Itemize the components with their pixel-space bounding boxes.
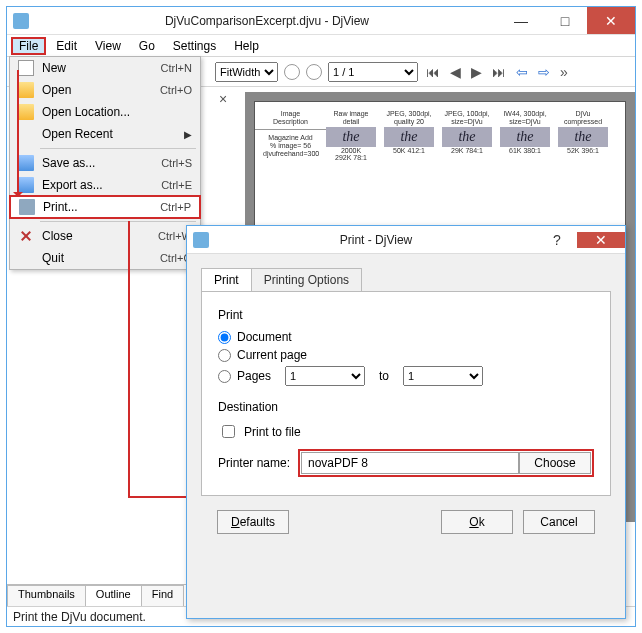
export-icon xyxy=(18,177,34,193)
app-icon xyxy=(13,13,29,29)
tab-thumbnails[interactable]: Thumbnails xyxy=(7,585,86,606)
maximize-button[interactable]: □ xyxy=(543,7,587,34)
dialog-close-button[interactable]: ✕ xyxy=(577,232,625,248)
prev-page-icon[interactable]: ◀ xyxy=(448,64,463,80)
print-dialog: Print - DjView ? ✕ Print Printing Option… xyxy=(186,225,626,619)
help-button[interactable]: ? xyxy=(537,232,577,248)
to-label: to xyxy=(379,369,389,383)
printer-name-input[interactable] xyxy=(301,452,519,474)
zoom-out-icon[interactable] xyxy=(306,64,322,80)
menu-settings[interactable]: Settings xyxy=(165,37,224,55)
menu-close[interactable]: CloseCtrl+W xyxy=(10,225,200,247)
annotation-arrow xyxy=(17,70,19,196)
menu-file[interactable]: File xyxy=(11,37,46,55)
page-from-select[interactable]: 1 xyxy=(285,366,365,386)
zoom-in-icon[interactable] xyxy=(284,64,300,80)
document-icon xyxy=(18,60,34,76)
close-button[interactable]: ✕ xyxy=(587,7,635,34)
menu-save-as[interactable]: Save as...Ctrl+S xyxy=(10,152,200,174)
next-page-icon[interactable]: ▶ xyxy=(469,64,484,80)
titlebar: DjVuComparisonExcerpt.djvu - DjView — □ … xyxy=(7,7,635,35)
radio-document[interactable]: Document xyxy=(218,330,594,344)
overflow-icon[interactable]: » xyxy=(558,64,570,80)
menu-print[interactable]: Print...Ctrl+P xyxy=(9,195,201,219)
page-to-select[interactable]: 1 xyxy=(403,366,483,386)
chevron-right-icon: ▶ xyxy=(184,129,192,140)
page-select[interactable]: 1 / 1 xyxy=(328,62,418,82)
file-menu: NewCtrl+N OpenCtrl+O Open Location... Op… xyxy=(9,56,201,270)
minimize-button[interactable]: — xyxy=(499,7,543,34)
checkbox-print-to-file[interactable]: Print to file xyxy=(218,422,594,441)
tab-outline[interactable]: Outline xyxy=(85,585,142,606)
menubar: File Edit View Go Settings Help xyxy=(7,35,635,57)
doc-heading: Image Description xyxy=(263,110,318,125)
radio-pages[interactable]: Pages xyxy=(218,369,271,383)
document-page: Image Description Magazine Add % image= … xyxy=(254,101,626,241)
ok-button[interactable]: Ok xyxy=(441,510,513,534)
menu-quit[interactable]: QuitCtrl+Q xyxy=(10,247,200,269)
annotation-arrow xyxy=(128,221,130,496)
menu-go[interactable]: Go xyxy=(131,37,163,55)
tab-print[interactable]: Print xyxy=(201,268,252,291)
panel-close-icon[interactable]: × xyxy=(213,91,233,111)
group-print-label: Print xyxy=(218,308,594,322)
defaults-button[interactable]: Defaults xyxy=(217,510,289,534)
folder-globe-icon xyxy=(18,104,34,120)
menu-view[interactable]: View xyxy=(87,37,129,55)
menu-open[interactable]: OpenCtrl+O xyxy=(10,79,200,101)
choose-button[interactable]: Choose xyxy=(519,452,591,474)
menu-edit[interactable]: Edit xyxy=(48,37,85,55)
radio-current-page[interactable]: Current page xyxy=(218,348,594,362)
back-icon[interactable]: ⇦ xyxy=(514,64,530,80)
window-title: DjVuComparisonExcerpt.djvu - DjView xyxy=(35,14,499,28)
app-icon xyxy=(193,232,209,248)
menu-help[interactable]: Help xyxy=(226,37,267,55)
dialog-title: Print - DjView xyxy=(215,233,537,247)
close-icon xyxy=(18,228,34,244)
menu-open-recent[interactable]: Open Recent▶ xyxy=(10,123,200,145)
cancel-button[interactable]: Cancel xyxy=(523,510,595,534)
first-page-icon[interactable]: ⏮ xyxy=(424,64,442,80)
menu-open-location[interactable]: Open Location... xyxy=(10,101,200,123)
menu-new[interactable]: NewCtrl+N xyxy=(10,57,200,79)
printer-name-label: Printer name: xyxy=(218,456,298,470)
group-destination-label: Destination xyxy=(218,400,594,414)
menu-export-as[interactable]: Export as...Ctrl+E xyxy=(10,174,200,196)
last-page-icon[interactable]: ⏭ xyxy=(490,64,508,80)
folder-icon xyxy=(18,82,34,98)
forward-icon[interactable]: ⇨ xyxy=(536,64,552,80)
zoom-mode-select[interactable]: FitWidth xyxy=(215,62,278,82)
tab-find[interactable]: Find xyxy=(141,585,184,606)
tab-printing-options[interactable]: Printing Options xyxy=(251,268,362,291)
save-icon xyxy=(18,155,34,171)
